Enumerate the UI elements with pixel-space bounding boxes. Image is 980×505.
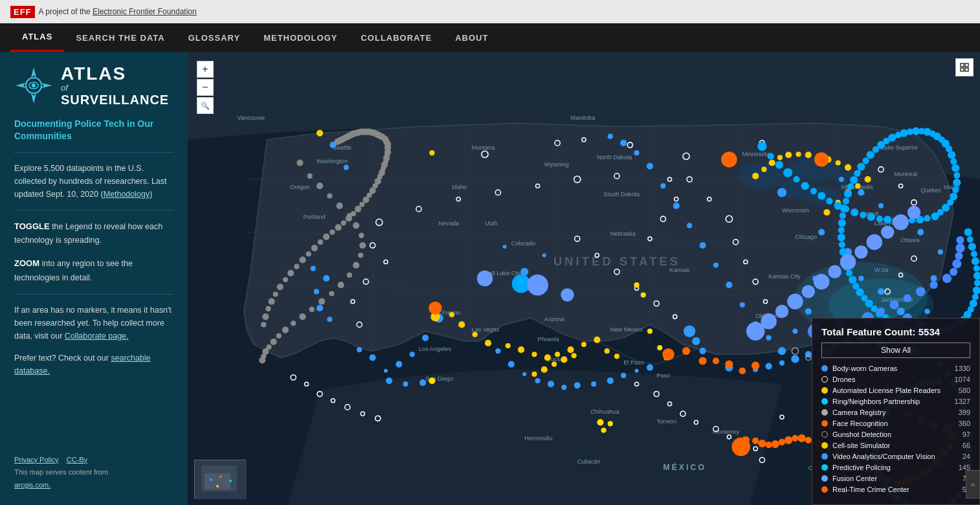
svg-point-412 (972, 257, 979, 265)
svg-point-128 (535, 378, 540, 383)
svg-text:Las Vegas: Las Vegas (472, 326, 500, 333)
svg-point-346 (952, 164, 959, 172)
arcgis-link[interactable]: arcgis.com. (14, 481, 50, 489)
svg-point-342 (950, 192, 957, 200)
no-markers-text: If an area has no markers, it means it h… (14, 304, 173, 342)
zoom-out-button[interactable]: − (197, 79, 214, 96)
nav-atlas[interactable]: ATLAS (10, 23, 64, 52)
svg-text:Quebec: Quebec (920, 187, 942, 194)
svg-point-163 (403, 381, 408, 387)
svg-text:South Dakota: South Dakota (604, 191, 640, 197)
svg-text:Kansas: Kansas (670, 267, 690, 273)
eff-logo[interactable]: EFF (10, 6, 35, 18)
privacy-link[interactable]: Privacy Policy (14, 456, 58, 464)
svg-point-384 (856, 288, 863, 296)
svg-point-593 (955, 252, 963, 260)
svg-point-311 (766, 442, 772, 448)
zoom-search-button[interactable]: 🔍 (197, 97, 214, 114)
svg-point-121 (422, 335, 429, 341)
methodology-link[interactable]: Methodology (104, 190, 150, 199)
svg-text:Culiacán: Culiacán (577, 458, 601, 465)
zoom-in-button[interactable]: + (197, 61, 214, 78)
legend-item: Ring/Neighbors Partnership1327 (821, 398, 970, 405)
map-thumbnail[interactable] (194, 460, 246, 499)
svg-point-131 (574, 382, 581, 388)
svg-point-133 (607, 377, 614, 384)
legend-count-5: 360 (959, 420, 970, 427)
nav-methodology[interactable]: METHODOLOGY (252, 23, 349, 52)
svg-point-137 (311, 266, 316, 271)
legend-count-4: 399 (959, 409, 970, 416)
show-all-button[interactable]: Show All (821, 342, 970, 358)
legend-dot-8 (821, 453, 828, 460)
collaborate-link[interactable]: Collaborate page. (65, 331, 129, 341)
svg-text:El Paso: El Paso (623, 359, 644, 366)
legend-count-3: 1327 (955, 398, 970, 405)
svg-point-242 (823, 209, 830, 216)
legend-item: Face Recognition360 (821, 420, 970, 427)
atlas-word: ATLAS (61, 65, 169, 83)
scroll-right-button[interactable]: ›› (966, 470, 980, 499)
sidebar-divider-1 (14, 152, 173, 153)
svg-point-592 (952, 259, 961, 268)
svg-text:Kansas City: Kansas City (769, 273, 801, 280)
svg-point-151 (791, 355, 799, 363)
legend-label-7: Cell-site Simulator (832, 442, 890, 449)
svg-point-140 (317, 305, 323, 311)
svg-text:Chicago: Chicago (795, 234, 817, 240)
svg-point-601 (775, 305, 788, 318)
svg-point-324 (818, 192, 825, 199)
eff-link[interactable]: Electronic Frontier Foundation (93, 7, 197, 16)
svg-point-164 (419, 379, 426, 386)
svg-point-416 (964, 228, 972, 236)
svg-point-462 (277, 284, 284, 290)
svg-point-446 (318, 298, 325, 305)
svg-point-110 (726, 282, 732, 288)
svg-point-439 (359, 233, 364, 238)
svg-point-320 (783, 168, 792, 177)
svg-point-325 (826, 198, 832, 205)
svg-point-236 (555, 352, 560, 357)
nav-glossary[interactable]: GLOSSARY (177, 23, 252, 52)
svg-marker-1 (41, 83, 52, 88)
nav-about[interactable]: ABOUT (443, 23, 500, 52)
svg-point-328 (851, 208, 858, 216)
svg-point-245 (855, 183, 860, 188)
svg-point-450 (282, 326, 289, 333)
svg-point-118 (620, 140, 627, 146)
svg-point-331 (876, 216, 883, 222)
svg-point-257 (761, 167, 766, 172)
nav-collaborate[interactable]: COLLABORATE (349, 23, 443, 52)
svg-point-626 (216, 485, 219, 488)
svg-point-445 (329, 291, 334, 296)
svg-point-318 (768, 153, 774, 159)
svg-point-470 (323, 234, 329, 240)
map-container[interactable]: UNITED STATES Seattle Washington Oregon … (188, 52, 980, 505)
svg-point-229 (458, 321, 465, 328)
svg-point-109 (740, 302, 745, 308)
svg-point-442 (353, 262, 359, 269)
svg-text:Minnesota: Minnesota (742, 151, 770, 157)
cc-link[interactable]: CC-By (67, 456, 87, 464)
svg-point-226 (429, 150, 434, 155)
svg-point-591 (950, 268, 957, 276)
svg-point-319 (775, 161, 783, 168)
svg-point-614 (814, 152, 829, 166)
legend-item: Camera Registry399 (821, 409, 970, 416)
svg-point-363 (873, 146, 879, 153)
expand-button[interactable] (955, 58, 974, 76)
svg-point-457 (261, 322, 266, 327)
svg-text:Oregon: Oregon (290, 184, 310, 190)
legend-dot-4 (821, 409, 828, 416)
svg-point-317 (757, 142, 766, 151)
svg-point-113 (687, 223, 692, 228)
nav-search[interactable]: SEARCH THE DATA (64, 23, 176, 52)
svg-point-96 (931, 275, 937, 282)
svg-point-461 (273, 291, 278, 297)
svg-point-451 (276, 333, 282, 339)
svg-text:Colorado: Colorado (511, 240, 535, 247)
svg-point-116 (647, 163, 653, 170)
navbar: ATLAS SEARCH THE DATA GLOSSARY METHODOLO… (0, 23, 980, 52)
expand-icon (960, 63, 969, 72)
svg-point-438 (353, 222, 359, 229)
